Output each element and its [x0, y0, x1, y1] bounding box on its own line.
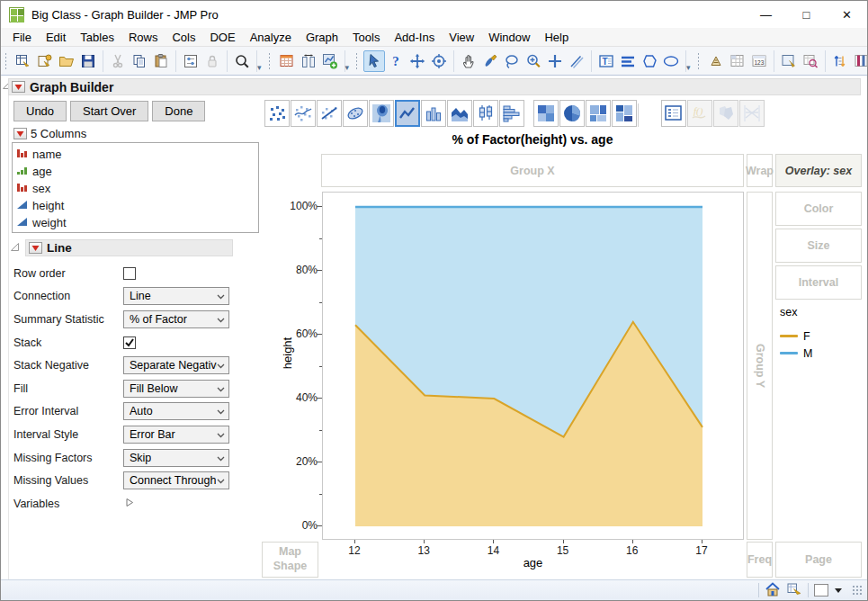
grid-cells-icon[interactable] [727, 50, 748, 72]
treemap-element-icon[interactable] [586, 100, 611, 127]
drop-zone-page[interactable]: Page [775, 542, 862, 578]
area-element-icon[interactable] [447, 100, 472, 127]
legend-entry-M[interactable]: M [780, 345, 812, 362]
home-window-icon[interactable] [765, 581, 781, 600]
mosaic-element-icon[interactable] [612, 100, 637, 127]
line-red-triangle-icon[interactable] [29, 242, 42, 254]
new-graph-icon[interactable] [319, 50, 341, 72]
brush-icon[interactable] [479, 50, 501, 72]
stack-negative-select[interactable]: Separate Negative [123, 356, 229, 374]
copy-icon[interactable] [129, 50, 150, 72]
magnifier-zoom-icon[interactable] [523, 50, 544, 72]
drop-zone-size[interactable]: Size [775, 229, 862, 263]
minimize-button[interactable]: — [746, 1, 786, 28]
smoother-element-icon[interactable] [291, 100, 316, 127]
save-icon[interactable] [77, 50, 99, 72]
drop-zone-color[interactable]: Color [775, 192, 862, 226]
menu-graph[interactable]: Graph [299, 29, 345, 46]
menu-analyze[interactable]: Analyze [243, 29, 299, 46]
menu-tables[interactable]: Tables [73, 29, 121, 46]
stack-checkbox[interactable] [123, 336, 136, 349]
toolbar-overflow-icon[interactable]: ▾ [345, 63, 352, 74]
heatmap-element-icon[interactable] [533, 100, 559, 127]
x-axis-title[interactable]: age [322, 556, 744, 570]
lasso-icon[interactable] [501, 50, 523, 72]
start-over-button[interactable]: Start Over [70, 101, 148, 121]
pie-element-icon[interactable] [559, 100, 585, 127]
maximize-button[interactable]: □ [786, 1, 827, 28]
ellipse-element-icon[interactable] [343, 100, 368, 127]
selection-target-icon[interactable] [428, 50, 450, 72]
open-icon[interactable] [56, 50, 77, 72]
sort-columns-icon[interactable] [829, 50, 851, 72]
table-search-icon[interactable] [800, 50, 821, 72]
caption-box-element-icon[interactable] [661, 100, 686, 127]
summary-statistic-select[interactable]: % of Factor [123, 310, 229, 328]
drop-zone-group-y[interactable]: Group Y [747, 192, 773, 540]
zoom-window-icon[interactable] [778, 50, 800, 72]
drop-zone-group-x[interactable]: Group X [321, 154, 744, 187]
column-item-age[interactable]: age [16, 163, 255, 180]
drop-zone-freq[interactable]: Freq [747, 542, 773, 578]
paste-icon[interactable] [150, 50, 172, 72]
column-item-height[interactable]: height [16, 197, 255, 214]
close-button[interactable]: ✕ [827, 1, 867, 28]
toolbar-overflow-icon[interactable]: ▾ [686, 63, 693, 74]
search-icon[interactable] [231, 50, 253, 72]
help-icon[interactable]: ? [385, 50, 407, 72]
column-item-weight[interactable]: weight [16, 214, 255, 231]
sort-pyramid-icon[interactable] [705, 50, 727, 72]
new-journal-icon[interactable] [34, 50, 56, 72]
histogram-element-icon[interactable] [499, 100, 524, 127]
menu-file[interactable]: File [5, 29, 39, 46]
undo-button[interactable]: Undo [13, 101, 67, 121]
statusbar-color-box[interactable] [814, 584, 828, 597]
oval-icon[interactable] [660, 50, 682, 72]
fill-select[interactable]: Fill Below [123, 380, 229, 398]
menu-help[interactable]: Help [537, 29, 576, 46]
move-tool-icon[interactable] [407, 50, 428, 72]
crosshair-icon[interactable] [544, 50, 566, 72]
error-interval-select[interactable]: Auto [123, 402, 229, 420]
points-element-icon[interactable] [264, 100, 290, 127]
statusbar-dropdown-icon[interactable] [834, 587, 843, 594]
row-order-checkbox[interactable] [123, 267, 136, 280]
polygon-icon[interactable] [639, 50, 660, 72]
grabber-hand-icon[interactable] [458, 50, 479, 72]
section-collapse-triangle-icon[interactable] [10, 241, 20, 255]
drop-zone-map-shape[interactable]: Map Shape [262, 542, 318, 578]
menu-add-ins[interactable]: Add-Ins [387, 29, 442, 46]
thick-lines-icon[interactable] [617, 50, 639, 72]
text-annotation-icon[interactable]: T [595, 50, 617, 72]
drop-zone-interval[interactable]: Interval [775, 265, 862, 300]
line-draw-icon[interactable] [566, 50, 587, 72]
column-item-sex[interactable]: sex [16, 180, 255, 197]
value-labels-icon[interactable]: 123 [748, 50, 770, 72]
cut-icon[interactable] [107, 50, 129, 72]
drop-zone-wrap[interactable]: Wrap [747, 154, 773, 187]
box-plot-element-icon[interactable] [473, 100, 498, 127]
columns-red-triangle-icon[interactable] [13, 128, 27, 139]
connection-select[interactable]: Line [123, 287, 229, 305]
missing-factors-select[interactable]: Skip [123, 449, 229, 467]
done-button[interactable]: Done [152, 101, 205, 121]
menu-rows[interactable]: Rows [121, 29, 166, 46]
bar-element-icon[interactable] [421, 100, 446, 127]
column-viewer-icon[interactable] [298, 50, 319, 72]
line-of-fit-element-icon[interactable] [317, 100, 342, 127]
line-element-icon[interactable] [395, 100, 420, 127]
preferences-icon[interactable] [180, 50, 201, 72]
data-table-icon[interactable] [276, 50, 298, 72]
lock-icon[interactable] [201, 50, 223, 72]
menu-window[interactable]: Window [481, 29, 537, 46]
new-data-table-icon[interactable] [13, 50, 34, 72]
menu-cols[interactable]: Cols [165, 29, 202, 46]
legend-entry-F[interactable]: F [780, 327, 812, 345]
menu-view[interactable]: View [442, 29, 481, 46]
variables-disclosure-icon[interactable] [125, 497, 134, 511]
missing-values-select[interactable]: Connect Through [123, 471, 229, 489]
menu-edit[interactable]: Edit [39, 29, 73, 46]
red-triangle-menu-icon[interactable] [12, 81, 25, 93]
interval-style-select[interactable]: Error Bar [123, 426, 229, 444]
toolbar-overflow-icon[interactable]: ▾ [257, 63, 264, 74]
